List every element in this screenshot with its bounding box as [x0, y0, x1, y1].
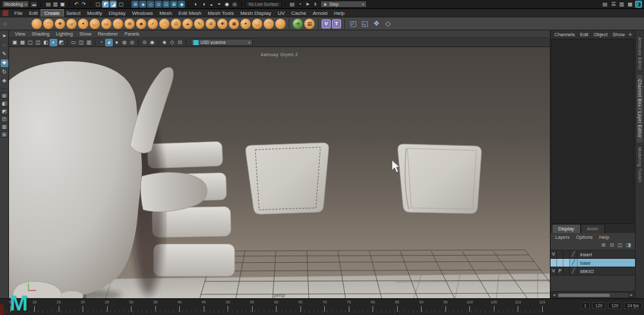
shelf-tool-icon[interactable]: ◠ [113, 19, 123, 29]
menu-item[interactable]: Mesh Tools [204, 10, 237, 17]
panel-toolbar-icon[interactable]: ▢ [26, 39, 34, 46]
status-misc-icon[interactable]: ➤ [304, 1, 311, 8]
current-frame-marker[interactable] [0, 304, 4, 315]
scrollbar-thumb[interactable] [558, 294, 610, 297]
sidebar-toggle-icon[interactable]: ☰ [610, 1, 617, 8]
shelf-tool-icon[interactable]: ▱ [66, 19, 77, 29]
layer-color-swatch[interactable]: ╱ [570, 267, 578, 275]
menu-item[interactable]: Edit Mesh [175, 10, 205, 17]
layer-editor-menu-item[interactable]: Options [573, 234, 596, 240]
menu-item[interactable]: Create [41, 10, 63, 17]
layer-playback-toggle[interactable] [557, 259, 563, 267]
snap-icon[interactable]: ⊠ [170, 1, 177, 8]
channel-box-menu-item[interactable]: Show [610, 32, 627, 37]
layer-editor-menu-item[interactable]: Layers [552, 234, 573, 240]
menu-item[interactable]: Modify [84, 10, 106, 17]
tool-icon[interactable]: ↻ [1, 68, 8, 76]
panel-menu-item[interactable]: Lighting [53, 31, 76, 37]
panel-toolbar-icon[interactable]: ◎ [128, 39, 136, 46]
live-surface-field[interactable]: No Live Surface [245, 1, 281, 8]
menu-item[interactable]: Cache [288, 10, 309, 17]
time-slider[interactable]: 5 10 15 20 25 [0, 298, 644, 315]
shelf-tool-icon[interactable]: ✦ [78, 19, 88, 29]
shelf-tab-icon[interactable]: ◇ [1, 21, 31, 26]
panel-toolbar-icon[interactable]: ◍ [121, 39, 128, 46]
statusline-collapse-button[interactable]: ▬ [30, 1, 37, 8]
panel-toolbar-icon[interactable]: ◈ [161, 39, 168, 46]
tool-icon[interactable]: ◌ [1, 41, 8, 49]
status-misc-icon[interactable]: ‖ [312, 1, 319, 8]
scroll-right-icon[interactable]: ► [629, 293, 634, 297]
horizontal-scrollbar[interactable]: ◄ ► [551, 291, 635, 298]
shelf-tool-icon[interactable]: ◱ [360, 19, 370, 29]
timeline-ticks[interactable]: 5 10 15 20 25 [6, 300, 546, 314]
sidebar-tab[interactable]: Modeling Toolkit [637, 143, 643, 187]
layer-toolbar-icon[interactable]: ◨ [625, 242, 632, 249]
render-icon[interactable]: ◒ [208, 1, 215, 8]
shelf-tool-icon[interactable]: ◠ [264, 19, 274, 29]
file-icon[interactable]: ▥ [52, 1, 59, 8]
panel-toolbar-icon[interactable]: ▥ [85, 39, 93, 46]
shelf-tool-icon[interactable]: ✎ [194, 19, 204, 29]
shelf-tool-icon[interactable]: ▭ [101, 19, 112, 29]
shelf-tool-icon[interactable] [32, 19, 42, 29]
tool-icon[interactable]: ✎ [1, 50, 8, 58]
snap-icon[interactable]: ⊞ [132, 1, 139, 8]
panel-toolbar-icon[interactable]: ▭ [70, 39, 77, 46]
layer-visibility-toggle[interactable]: V [551, 250, 557, 258]
render-icon[interactable]: ◓ [215, 1, 222, 8]
channel-box-list[interactable] [551, 39, 634, 224]
menu-set-dropdown[interactable]: Modeling ▾ [2, 1, 29, 8]
shelf-tool-icon[interactable]: ◆ [136, 19, 146, 29]
shelf-tool-icon[interactable]: ⊙ [171, 19, 181, 29]
panel-toolbar-icon[interactable] [95, 39, 95, 46]
panel-toolbar-icon[interactable]: ▦ [19, 39, 26, 46]
layer-toolbar-icon[interactable]: ⊟ [609, 242, 615, 249]
layout-button[interactable]: ☰ [1, 131, 8, 137]
layer-display-toggle[interactable] [563, 267, 570, 275]
panel-toolbar-icon[interactable]: ◇ [168, 39, 176, 46]
file-icon[interactable]: ▤ [44, 1, 52, 8]
panel-toolbar-icon[interactable]: ▣ [11, 39, 19, 46]
playback-field[interactable]: 1 [581, 302, 590, 309]
shelf-tool-icon[interactable] [289, 19, 289, 29]
layer-playback-toggle[interactable] [557, 250, 563, 258]
tool-icon[interactable]: ❖ [1, 77, 8, 85]
layer-editor-tab[interactable]: Display [552, 224, 581, 233]
render-icon[interactable]: ◐ [192, 1, 199, 8]
layout-button[interactable]: ▥ [1, 123, 8, 130]
shelf-tool-icon[interactable] [318, 19, 318, 29]
shelf-tool-icon[interactable]: ◇ [383, 19, 393, 29]
menu-item[interactable]: File [11, 10, 26, 17]
shelf-tool-icon[interactable]: ⊘ [206, 19, 216, 29]
sidebar-toggle-icon[interactable]: ▤ [601, 1, 609, 8]
layout-button[interactable]: ◧ [1, 100, 8, 107]
layer-name[interactable]: insert [578, 250, 592, 258]
panel-toolbar-icon[interactable] [186, 39, 186, 46]
panel-toolbar-icon[interactable] [158, 39, 159, 46]
layer-color-swatch[interactable]: ╱ [570, 250, 578, 258]
layer-row[interactable]: ╱ base [551, 259, 635, 267]
layer-row[interactable]: V ╱ insert [551, 250, 635, 259]
selection-mask-icon[interactable]: ◪ [110, 1, 117, 8]
panel-menu-item[interactable]: Show [76, 31, 95, 37]
sidebar-toggle-icon[interactable]: ◨ [635, 1, 642, 8]
layer-color-swatch[interactable]: ╱ [570, 259, 578, 267]
viewport-filter-dropdown[interactable]: USD yuanma ▾ [191, 39, 253, 46]
selection-mask-icon[interactable]: ▢ [117, 1, 124, 8]
render-icon[interactable]: ◉ [223, 1, 230, 8]
playback-field[interactable]: 120 [592, 302, 606, 309]
channel-box-menu-item[interactable]: Object [591, 32, 610, 37]
menu-item[interactable]: Select [63, 10, 84, 17]
character-set-dropdown[interactable]: ☻ Step ▾ [320, 1, 367, 8]
channel-box-menu-item[interactable]: Channels [552, 32, 578, 37]
playback-field[interactable]: 120 [608, 302, 621, 309]
layer-editor-menu-item[interactable]: Help [596, 234, 612, 240]
snap-icon[interactable]: ◇ [147, 1, 154, 8]
snap-icon[interactable]: ⊡ [162, 1, 170, 8]
menu-item[interactable]: Mesh [156, 10, 175, 17]
shelf-tool-icon[interactable]: ▲ [182, 19, 193, 29]
panel-menu-item[interactable]: Renderer [95, 31, 121, 37]
layer-toolbar-icon[interactable]: ⊞ [600, 242, 607, 249]
panel-toolbar-icon[interactable] [67, 39, 68, 46]
